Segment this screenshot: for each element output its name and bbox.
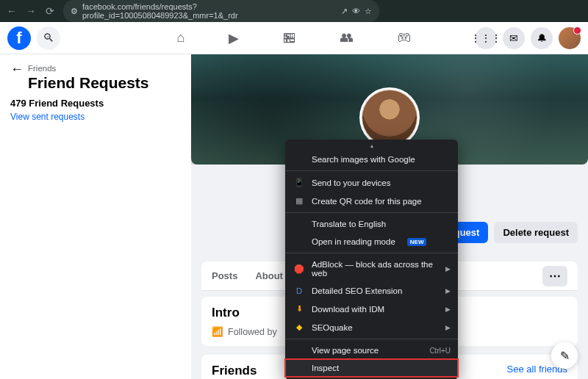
rss-icon: 📶	[212, 326, 223, 337]
address-bar[interactable]: ⚙ facebook.com/friends/requests?profile_…	[63, 0, 379, 22]
menu-item-label: Detailed SEO Extension	[312, 286, 402, 295]
browser-chrome: ← → ⟳ ⚙ facebook.com/friends/requests?pr…	[0, 0, 588, 22]
context-menu-item[interactable]: ⬇Download with IDM▶	[285, 300, 458, 318]
context-menu-item[interactable]: 🛑AdBlock — block ads across the web▶	[285, 256, 458, 282]
delete-request-button[interactable]: Delete request	[494, 222, 578, 243]
account-avatar[interactable]	[559, 27, 581, 49]
context-menu: ▴ Search images with Google📱Send to your…	[285, 140, 458, 379]
url-text: facebook.com/friends/requests?profile_id…	[82, 2, 337, 20]
tab-about[interactable]: About	[255, 270, 283, 281]
request-count: 479 Friend Requests	[10, 98, 181, 109]
marketplace-icon[interactable]: 🏪︎	[283, 30, 296, 46]
menu-item-label: SEOquake	[312, 323, 353, 332]
gaming-icon[interactable]: 🎮︎	[398, 30, 411, 46]
menu-item-label: Open in reading mode	[312, 237, 395, 246]
context-menu-item[interactable]: ◆SEOquake▶	[285, 318, 458, 336]
tab-posts[interactable]: Posts	[212, 270, 237, 281]
facebook-top-bar: f 🔍︎ ⌂ ▶ 🏪︎ 👥︎ 🎮︎ ⋮⋮⋮ ✉ 🔔︎	[0, 22, 588, 54]
menu-item-label: Download with IDM	[312, 305, 384, 314]
home-icon[interactable]: ⌂	[177, 30, 185, 46]
menu-item-icon: 📱	[294, 178, 304, 187]
breadcrumb[interactable]: Friends	[28, 64, 181, 73]
new-badge: NEW	[407, 238, 427, 246]
menu-item-label: Create QR code for this page	[312, 197, 422, 206]
context-menu-item[interactable]: 📱Send to your devices	[285, 173, 458, 192]
view-sent-requests-link[interactable]: View sent requests	[10, 112, 181, 122]
menu-item-label: AdBlock — block ads across the web	[312, 260, 449, 278]
messenger-icon[interactable]: ✉	[503, 27, 525, 49]
context-menu-item[interactable]: Inspect	[285, 359, 458, 377]
menu-item-icon: ⬇	[294, 304, 304, 314]
context-menu-item[interactable]: ▦Create QR code for this page	[285, 192, 458, 210]
groups-icon[interactable]: 👥︎	[340, 30, 354, 46]
menu-grid-icon[interactable]: ⋮⋮⋮	[475, 27, 497, 49]
profile-picture[interactable]	[359, 87, 420, 148]
back-icon[interactable]: ←	[6, 5, 18, 17]
context-menu-item[interactable]: Translate to English	[285, 215, 458, 233]
menu-item-icon: 🛑	[294, 264, 304, 274]
submenu-arrow-icon: ▶	[445, 306, 451, 313]
followed-by-text: Followed by	[228, 327, 277, 337]
facebook-logo[interactable]: f	[7, 26, 31, 50]
menu-item-label: Translate to English	[312, 220, 386, 228]
share-icon[interactable]: ↗	[341, 7, 348, 16]
search-button[interactable]: 🔍︎	[37, 26, 60, 50]
menu-item-label: View page source	[312, 346, 379, 355]
site-settings-icon[interactable]: ⚙	[71, 7, 78, 16]
star-icon[interactable]: ☆	[365, 7, 372, 16]
menu-item-label: Search images with Google	[312, 155, 415, 164]
edit-fab[interactable]: ✎	[551, 342, 578, 369]
friends-sidebar: ← Friends Friend Requests 479 Friend Req…	[0, 54, 191, 379]
menu-item-icon: ▦	[294, 196, 304, 206]
context-menu-scroll-up-icon[interactable]: ▴	[285, 142, 458, 151]
context-menu-item[interactable]: Search images with Google	[285, 151, 458, 168]
menu-item-label: Send to your devices	[312, 178, 390, 187]
reload-icon[interactable]: ⟳	[44, 5, 56, 17]
submenu-arrow-icon: ▶	[445, 324, 451, 331]
more-tabs-button[interactable]: ⋯	[542, 266, 567, 286]
submenu-arrow-icon: ▶	[445, 265, 451, 272]
menu-item-icon: D	[294, 286, 304, 295]
shortcut-label: Ctrl+U	[429, 347, 451, 355]
video-icon[interactable]: ▶	[229, 30, 239, 46]
menu-item-label: Inspect	[312, 364, 339, 372]
submenu-arrow-icon: ▶	[445, 287, 451, 295]
context-menu-item[interactable]: View page sourceCtrl+U	[285, 342, 458, 359]
friends-heading: Friends	[212, 364, 279, 378]
context-menu-item[interactable]: Open in reading modeNEW	[285, 233, 458, 250]
page-title: Friend Requests	[28, 74, 181, 92]
notifications-icon[interactable]: 🔔︎	[531, 27, 553, 49]
context-menu-item[interactable]: DDetailed SEO Extension▶	[285, 282, 458, 300]
menu-item-icon: ◆	[294, 322, 304, 332]
visibility-off-icon[interactable]: 👁	[352, 7, 360, 15]
forward-icon[interactable]: →	[25, 5, 37, 17]
